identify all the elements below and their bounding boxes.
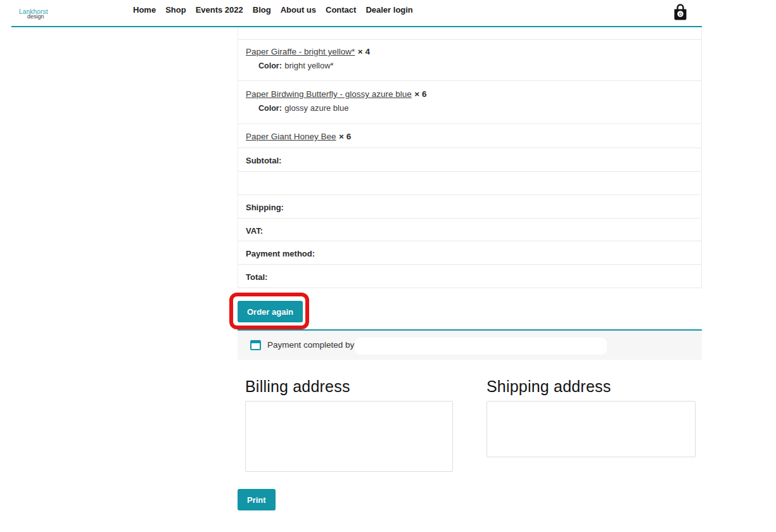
order-item-row: Paper Giant Honey Bee × 6	[238, 124, 701, 148]
summary-row-empty	[238, 172, 701, 195]
summary-label: Subtotal:	[246, 156, 281, 165]
summary-row-total: Total:	[238, 265, 701, 288]
meta-value: glossy azure blue	[284, 103, 348, 113]
billing-address-box	[245, 401, 453, 472]
cart-count-badge: 0	[679, 11, 682, 17]
redacted-value-box	[355, 338, 607, 355]
order-item-meta: Color: glossy azure blue	[246, 102, 694, 113]
meta-value: bright yellow*	[284, 61, 333, 70]
order-item-line: Paper Birdwing Butterfly - glossy azure …	[246, 88, 694, 99]
meta-label: Color:	[258, 104, 282, 113]
payment-note-text: Payment completed by	[267, 340, 354, 350]
billing-address-title: Billing address	[245, 377, 350, 396]
product-link[interactable]: Paper Giraffe - bright yellow*	[246, 47, 355, 56]
order-item-row: Paper Birdwing Butterfly - glossy azure …	[238, 81, 701, 124]
product-quantity: × 6	[339, 132, 351, 141]
calendar-icon	[250, 340, 261, 350]
summary-row-subtotal: Subtotal:	[238, 148, 701, 172]
summary-label: Total:	[246, 272, 267, 282]
order-item-line: Paper Giraffe - bright yellow* × 4	[246, 46, 694, 57]
summary-label: VAT:	[246, 226, 263, 236]
product-link[interactable]: Paper Giant Honey Bee	[246, 132, 336, 141]
meta-label: Color:	[258, 61, 282, 70]
payment-note-strip: Payment completed by	[238, 331, 702, 360]
summary-row-vat: VAT:	[238, 218, 701, 241]
summary-label: Shipping:	[246, 203, 284, 212]
summary-row-shipping: Shipping:	[238, 195, 701, 218]
order-item-line: Paper Giant Honey Bee × 6	[246, 130, 694, 142]
product-quantity: × 4	[358, 47, 370, 56]
shipping-address-title: Shipping address	[487, 377, 611, 396]
shopping-bag-icon[interactable]: 0	[671, 3, 689, 22]
nav-item-home[interactable]: Home	[133, 5, 156, 15]
order-item-row: Paper Giraffe - bright yellow* × 4 Color…	[238, 40, 701, 81]
page: Lankhorst design Home Shop Events 2022 B…	[0, 0, 776, 532]
product-link[interactable]: Paper Birdwing Butterfly - glossy azure …	[246, 89, 412, 99]
order-items-table: Paper Giraffe - bright yellow* × 4 Color…	[238, 27, 702, 288]
table-row-clipped	[238, 27, 701, 40]
header: Lankhorst design Home Shop Events 2022 B…	[0, 0, 776, 26]
site-logo[interactable]: Lankhorst design	[19, 8, 48, 20]
nav-item-blog[interactable]: Blog	[253, 5, 271, 15]
summary-row-payment-method: Payment method:	[238, 241, 701, 265]
nav-item-events-2022[interactable]: Events 2022	[196, 5, 243, 15]
product-quantity: × 6	[414, 89, 426, 99]
summary-label: Payment method:	[246, 249, 315, 258]
nav-item-shop[interactable]: Shop	[165, 5, 186, 15]
nav-item-about-us[interactable]: About us	[281, 5, 316, 15]
nav-item-dealer-login[interactable]: Dealer login	[366, 5, 412, 15]
order-item-meta: Color: bright yellow*	[246, 60, 694, 71]
main-nav: Home Shop Events 2022 Blog About us Cont…	[133, 5, 413, 15]
shipping-address-box	[487, 401, 696, 457]
nav-item-contact[interactable]: Contact	[326, 5, 356, 15]
print-button[interactable]: Print	[238, 489, 276, 510]
order-again-button[interactable]: Order again	[238, 301, 303, 322]
